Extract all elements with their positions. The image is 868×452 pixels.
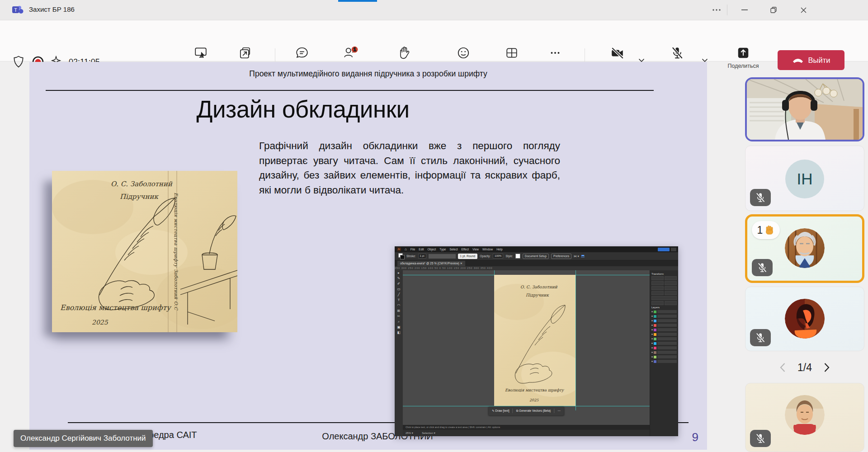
mic-muted-badge <box>750 189 771 206</box>
participant-tile-hand-raised[interactable]: 1 <box>745 214 864 283</box>
participant-tile-initials[interactable]: ІН <box>745 146 864 211</box>
brush-button[interactable]: 1 pt. Round <box>458 254 478 259</box>
share-screen-icon <box>736 46 750 60</box>
status-selection: Selection ▾ <box>422 432 435 434</box>
menu-window: Window <box>482 248 493 251</box>
menu-file: File <box>410 248 415 251</box>
stroke-label: Stroke: <box>406 254 416 258</box>
menu-effect: Effect <box>462 248 469 251</box>
teams-logo-icon: T <box>12 5 24 15</box>
cover-series-script: Еволюція мистецтва шрифту <box>60 303 172 312</box>
document-tab[interactable]: обкладинка-книга* @ 25 % (CMYK/Preview) … <box>397 261 465 266</box>
participant-photo-avatar <box>785 228 825 268</box>
participant-photo-avatar <box>785 395 825 435</box>
workspace-icon: ⋈ ▾ <box>574 254 579 258</box>
camera-off-icon <box>610 46 625 60</box>
book-cover-image: О. С. Заболотний Підручник Еволюція мист… <box>52 171 237 332</box>
draw-text-button[interactable]: ✎ Draw [text] <box>492 409 509 413</box>
slide-divider-line <box>46 90 654 91</box>
illustrator-right-panels: Transform Layers <box>650 270 678 436</box>
zoom-level[interactable]: 25% ▾ <box>406 432 413 434</box>
illustrator-control-bar: Stroke: 1 pt 1 pt. Round Opacity: 100% S… <box>395 252 678 260</box>
title-bar: T Захист БР 186 <box>0 0 868 20</box>
stroke-value[interactable]: 1 pt <box>418 254 426 259</box>
window-accent-strip <box>338 0 377 2</box>
participant-video <box>747 79 863 140</box>
shared-presentation-slide: Проект мультимедійного видання підручник… <box>29 62 707 450</box>
layers-panel-header: Layers <box>651 306 677 309</box>
illustrator-tab-bar: обкладинка-книга* @ 25 % (CMYK/Preview) … <box>395 260 678 266</box>
menu-object: Object <box>428 248 436 251</box>
generate-vectors-button[interactable]: ⧉ Generate Vectors (Beta) <box>516 409 551 413</box>
share-screen-label: Поделиться <box>727 63 759 69</box>
menu-select: Select <box>449 248 458 251</box>
window-title: Захист БР 186 <box>29 5 75 13</box>
document-setup-button[interactable]: Document Setup <box>523 254 549 259</box>
svg-text:2025: 2025 <box>529 398 539 402</box>
raise-hand-icon <box>398 46 410 60</box>
view-grid-icon <box>505 46 519 60</box>
cover-spine-text: Еволюція мистецтва шрифту Заболотний О.С <box>173 193 179 311</box>
participant-photo-avatar <box>785 299 825 339</box>
restore-button[interactable] <box>767 4 780 16</box>
artboard-cover-art: О. С. Заболотний Підручник <box>494 275 576 406</box>
mic-muted-badge <box>752 259 773 276</box>
slide-title: Дизайн обкладинки <box>29 95 576 123</box>
transform-panel-header: Transform <box>651 273 677 275</box>
participants-icon: 1 <box>343 46 359 60</box>
page-previous-icon[interactable] <box>779 363 786 372</box>
guide-line <box>576 270 576 410</box>
menu-help: Help <box>496 248 502 251</box>
pagination-count: 1/4 <box>797 362 812 374</box>
chat-icon <box>295 46 309 60</box>
mic-muted-badge <box>750 430 771 447</box>
react-smiley-icon <box>457 46 470 60</box>
illustrator-canvas: О. С. Заболотний Підручник <box>403 270 650 436</box>
opacity-label: Opacity: <box>480 254 491 258</box>
cloud-icon: ⬒ <box>581 254 585 258</box>
share-screen-button[interactable]: Поделиться <box>722 46 764 69</box>
window-more-button[interactable] <box>710 4 723 16</box>
svg-text:T: T <box>14 7 17 13</box>
share-content-icon <box>238 46 252 60</box>
contextual-task-bar[interactable]: ✎ Draw [text] ⧉ Generate Vectors (Beta) … <box>488 406 564 415</box>
svg-text:Підручник: Підручник <box>526 293 549 297</box>
cover-author-script: О. С. Заболотний <box>111 180 173 188</box>
slide-header-text: Проект мультимедійного видання підручник… <box>29 69 707 79</box>
screen-control-icon <box>194 46 208 60</box>
meeting-toolbar: 02:11:05 Управлять Контент Чат <box>0 20 868 61</box>
menu-view: View <box>472 248 479 251</box>
menu-edit: Edit <box>419 248 424 251</box>
participant-tile-woman[interactable] <box>745 287 864 351</box>
participant-tile-man-red[interactable] <box>745 383 864 452</box>
close-button[interactable] <box>797 4 810 16</box>
mic-off-icon <box>670 46 684 60</box>
slide-page-number: 9 <box>676 430 698 444</box>
style-label: Style: <box>505 254 513 258</box>
presenter-name-tooltip: Олександр Сергійович Заболотний <box>14 430 153 447</box>
home-icon: ⌂ <box>405 247 407 251</box>
teams-meeting-window: T Захист БР 186 02 <box>0 0 868 452</box>
shield-icon <box>13 56 24 68</box>
raised-hand-emoji-icon <box>764 225 774 235</box>
cover-year: 2025 <box>92 319 108 326</box>
minimize-button[interactable] <box>738 4 751 16</box>
participant-tile-speaking[interactable] <box>745 77 864 141</box>
svg-text:О. С. Заболотний: О. С. Заболотний <box>520 285 558 289</box>
mic-muted-badge <box>750 329 771 346</box>
page-next-icon[interactable] <box>824 363 830 372</box>
illustrator-status-bar: Click to place text, or click and drag t… <box>403 425 650 430</box>
leave-button[interactable]: Выйти <box>778 50 844 70</box>
task-bar-more-button[interactable]: ⋯ <box>557 409 561 413</box>
style-swatch[interactable] <box>515 254 520 259</box>
menubar-right-controls <box>658 248 676 251</box>
participants-badge: 1 <box>354 47 356 52</box>
illustrator-artboard: О. С. Заболотний Підручник <box>494 275 576 406</box>
more-ellipsis-icon <box>548 46 562 60</box>
raised-hand-badge: 1 <box>752 221 780 239</box>
titlebar-divider <box>727 5 727 15</box>
illustrator-screenshot: Ai ⌂ File Edit Object Type Select Effect… <box>395 246 678 436</box>
slide-body-text: Графічний дизайн обкладинки вже з першог… <box>259 139 560 198</box>
preferences-button[interactable]: Preferences <box>551 254 571 259</box>
opacity-value[interactable]: 100% <box>493 254 503 259</box>
